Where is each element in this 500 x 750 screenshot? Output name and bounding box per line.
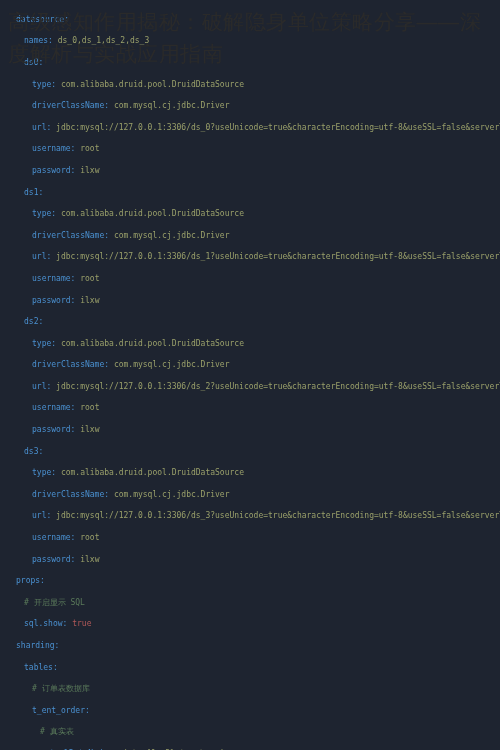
key-ds0-drv: driverClassName: (8, 101, 109, 112)
key-ds2-url: url: (8, 382, 51, 393)
val-ds0-drv: com.mysql.cj.jdbc.Driver (114, 101, 230, 110)
val-ds1-pass: ilxw (80, 296, 99, 305)
val-ds0-pass: ilxw (80, 166, 99, 175)
key-ds3-drv: driverClassName: (8, 490, 109, 501)
key-ds1-drv: driverClassName: (8, 231, 109, 242)
val-ds1-url: jdbc:mysql://127.0.0.1:3306/ds_1?useUnic… (56, 252, 500, 261)
val-ds0-url: jdbc:mysql://127.0.0.1:3306/ds_0?useUnic… (56, 123, 500, 132)
val-ds2-type: com.alibaba.druid.pool.DruidDataSource (61, 339, 244, 348)
key-props: props: (8, 576, 45, 587)
val-sqlshow: true (72, 619, 91, 628)
article-title: 高级感知作用揭秘：破解隐身单位策略分享——深度解析与实战应用指南 (0, 0, 500, 73)
key-ds2-drv: driverClassName: (8, 360, 109, 371)
key-ds1-type: type: (8, 209, 56, 220)
key-ds0-user: username: (8, 144, 75, 155)
val-ds2-pass: ilxw (80, 425, 99, 434)
val-ds3-url: jdbc:mysql://127.0.0.1:3306/ds_3?useUnic… (56, 511, 500, 520)
yaml-code-block: datasource: names: ds_0,ds_1,ds_2,ds_3 d… (0, 0, 500, 750)
key-ds0-url: url: (8, 123, 51, 134)
key-ds1: ds1: (8, 188, 43, 199)
key-sqlshow: sql.show: (8, 619, 67, 630)
val-ds1-drv: com.mysql.cj.jdbc.Driver (114, 231, 230, 240)
key-ds2-user: username: (8, 403, 75, 414)
key-ds1-pass: password: (8, 296, 75, 307)
key-ds0-type: type: (8, 80, 56, 91)
val-ds3-drv: com.mysql.cj.jdbc.Driver (114, 490, 230, 499)
comment-order: # 订单表数据库 (8, 684, 90, 695)
key-ds3-url: url: (8, 511, 51, 522)
val-ds1-user: root (80, 274, 99, 283)
key-ds1-url: url: (8, 252, 51, 263)
key-ds1-user: username: (8, 274, 75, 285)
key-ds3: ds3: (8, 447, 43, 458)
val-ds3-user: root (80, 533, 99, 542)
key-ds3-pass: password: (8, 555, 75, 566)
val-ds2-url: jdbc:mysql://127.0.0.1:3306/ds_2?useUnic… (56, 382, 500, 391)
key-ds0-pass: password: (8, 166, 75, 177)
key-ds2-pass: password: (8, 425, 75, 436)
val-ds2-user: root (80, 403, 99, 412)
comment-sql: # 开启显示 SQL (8, 598, 85, 609)
val-ds3-pass: ilxw (80, 555, 99, 564)
val-ds0-type: com.alibaba.druid.pool.DruidDataSource (61, 80, 244, 89)
comment-order-real: # 真实表 (8, 727, 74, 738)
val-ds3-type: com.alibaba.druid.pool.DruidDataSource (61, 468, 244, 477)
key-ds3-type: type: (8, 468, 56, 479)
key-tables: tables: (8, 663, 58, 674)
key-order: t_ent_order: (8, 706, 90, 717)
val-ds0-user: root (80, 144, 99, 153)
val-ds1-type: com.alibaba.druid.pool.DruidDataSource (61, 209, 244, 218)
key-ds2: ds2: (8, 317, 43, 328)
val-ds2-drv: com.mysql.cj.jdbc.Driver (114, 360, 230, 369)
key-ds2-type: type: (8, 339, 56, 350)
key-ds3-user: username: (8, 533, 75, 544)
key-sharding: sharding: (8, 641, 59, 652)
